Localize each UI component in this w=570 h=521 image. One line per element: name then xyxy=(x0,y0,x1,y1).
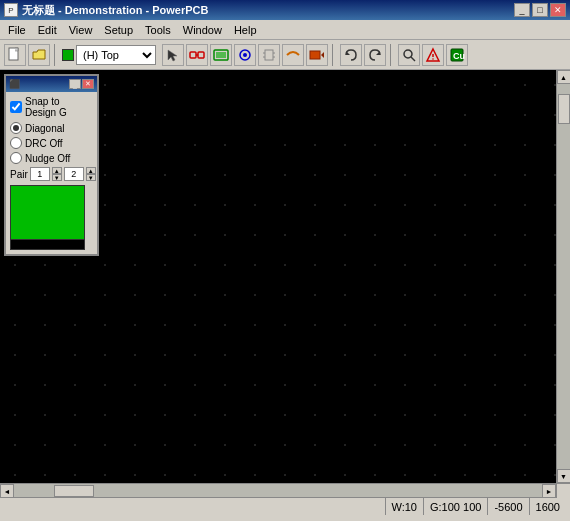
svg-rect-3 xyxy=(198,52,204,58)
pair-input-2[interactable] xyxy=(64,167,84,181)
drc-label: DRC Off xyxy=(25,138,63,149)
diagonal-row: Diagonal xyxy=(10,122,93,134)
scroll-h-track[interactable] xyxy=(14,484,542,497)
svg-point-8 xyxy=(243,53,247,57)
float-panel-content: Snap to Design G Diagonal DRC Off Nudge … xyxy=(6,92,97,254)
scroll-v-track[interactable] xyxy=(557,84,571,469)
scroll-h-thumb[interactable] xyxy=(54,485,94,497)
menu-help[interactable]: Help xyxy=(228,22,263,38)
pair-down-2[interactable]: ▼ xyxy=(86,174,96,181)
float-panel: ⬛ _ ✕ Snap to Design G Diagonal DRC O xyxy=(4,74,99,256)
menu-setup[interactable]: Setup xyxy=(98,22,139,38)
float-panel-title: ⬛ _ ✕ xyxy=(6,76,97,92)
scrollbar-horizontal: ◄ ► xyxy=(0,483,570,497)
pair-row: Pair ▲ ▼ ▲ ▼ xyxy=(10,167,93,181)
svg-text:Cu: Cu xyxy=(453,51,465,61)
nudge-row: Nudge Off xyxy=(10,152,93,164)
copper2-button[interactable]: Cu xyxy=(446,44,468,66)
pair-spin-2: ▲ ▼ xyxy=(86,167,96,181)
title-bar: P 无标题 - Demonstration - PowerPCB _ □ ✕ xyxy=(0,0,570,20)
menu-window[interactable]: Window xyxy=(177,22,228,38)
toolbar: (H) Top (H) Bottom xyxy=(0,40,570,70)
diagonal-radio[interactable] xyxy=(10,122,22,134)
route-button[interactable] xyxy=(186,44,208,66)
status-x-text: -5600 xyxy=(494,501,522,513)
svg-rect-9 xyxy=(265,50,273,60)
color-swatch-black[interactable] xyxy=(10,240,85,250)
pair-input-1[interactable] xyxy=(30,167,50,181)
status-y-text: 1600 xyxy=(536,501,560,513)
snap-row: Snap to Design G xyxy=(10,96,93,118)
svg-rect-14 xyxy=(310,51,320,59)
layer-dropdown[interactable]: (H) Top (H) Bottom xyxy=(76,45,156,65)
svg-rect-2 xyxy=(190,52,196,58)
svg-point-22 xyxy=(432,58,434,60)
via-button[interactable] xyxy=(234,44,256,66)
component-button[interactable] xyxy=(258,44,280,66)
pair-up-2[interactable]: ▲ xyxy=(86,167,96,174)
layer-color-dot xyxy=(62,49,74,61)
status-empty xyxy=(4,498,386,515)
menu-bar: File Edit View Setup Tools Window Help xyxy=(0,20,570,40)
svg-rect-6 xyxy=(216,52,226,58)
separator-1 xyxy=(54,44,58,66)
pair-up-1[interactable]: ▲ xyxy=(52,167,62,174)
status-w: W:10 xyxy=(386,498,424,515)
rules-button[interactable] xyxy=(422,44,444,66)
title-bar-left: P 无标题 - Demonstration - PowerPCB xyxy=(4,3,208,18)
layer-select-area: (H) Top (H) Bottom xyxy=(62,45,156,65)
nudge-radio[interactable] xyxy=(10,152,22,164)
status-g-text: G:100 100 xyxy=(430,501,481,513)
status-x: -5600 xyxy=(488,498,529,515)
float-panel-close[interactable]: ✕ xyxy=(82,79,94,89)
svg-line-19 xyxy=(411,57,415,61)
title-bar-text: 无标题 - Demonstration - PowerPCB xyxy=(22,3,208,18)
trace-button[interactable] xyxy=(282,44,304,66)
open-button[interactable] xyxy=(28,44,50,66)
minimize-button[interactable]: _ xyxy=(514,3,530,17)
scroll-right-button[interactable]: ► xyxy=(542,484,556,498)
separator-3 xyxy=(390,44,394,66)
pair-spin-1: ▲ ▼ xyxy=(52,167,62,181)
drc-row: DRC Off xyxy=(10,137,93,149)
svg-marker-15 xyxy=(321,52,324,58)
scrollbar-vertical: ▲ ▼ xyxy=(556,70,570,483)
separator-2 xyxy=(332,44,336,66)
svg-point-18 xyxy=(404,50,412,58)
snap-label: Snap to Design G xyxy=(25,96,93,118)
copper-button[interactable] xyxy=(210,44,232,66)
main-area: ⬛ _ ✕ Snap to Design G Diagonal DRC O xyxy=(0,70,570,483)
scroll-v-thumb[interactable] xyxy=(558,94,570,124)
canvas-area[interactable]: ⬛ _ ✕ Snap to Design G Diagonal DRC O xyxy=(0,70,556,483)
status-w-text: W:10 xyxy=(392,501,417,513)
scroll-down-button[interactable]: ▼ xyxy=(557,469,571,483)
diagonal-label: Diagonal xyxy=(25,123,64,134)
menu-tools[interactable]: Tools xyxy=(139,22,177,38)
scroll-left-button[interactable]: ◄ xyxy=(0,484,14,498)
pair-down-1[interactable]: ▼ xyxy=(52,174,62,181)
title-bar-controls: _ □ ✕ xyxy=(514,3,566,17)
status-y: 1600 xyxy=(530,498,566,515)
pair-label: Pair xyxy=(10,169,28,180)
app-icon: P xyxy=(4,3,18,17)
menu-file[interactable]: File xyxy=(2,22,32,38)
close-button[interactable]: ✕ xyxy=(550,3,566,17)
menu-edit[interactable]: Edit xyxy=(32,22,63,38)
new-button[interactable] xyxy=(4,44,26,66)
float-panel-min[interactable]: _ xyxy=(69,79,81,89)
redo-button[interactable] xyxy=(364,44,386,66)
menu-view[interactable]: View xyxy=(63,22,99,38)
color-swatch-green[interactable] xyxy=(10,185,85,240)
pointer-button[interactable] xyxy=(162,44,184,66)
find-button[interactable] xyxy=(398,44,420,66)
scroll-corner xyxy=(556,484,570,498)
undo-button[interactable] xyxy=(340,44,362,66)
svg-marker-1 xyxy=(168,50,177,61)
scroll-up-button[interactable]: ▲ xyxy=(557,70,571,84)
snap-checkbox[interactable] xyxy=(10,101,22,113)
drc-radio[interactable] xyxy=(10,137,22,149)
fill-button[interactable] xyxy=(306,44,328,66)
maximize-button[interactable]: □ xyxy=(532,3,548,17)
float-panel-title-text: ⬛ xyxy=(9,79,20,89)
status-bar: W:10 G:100 100 -5600 1600 xyxy=(0,497,570,515)
